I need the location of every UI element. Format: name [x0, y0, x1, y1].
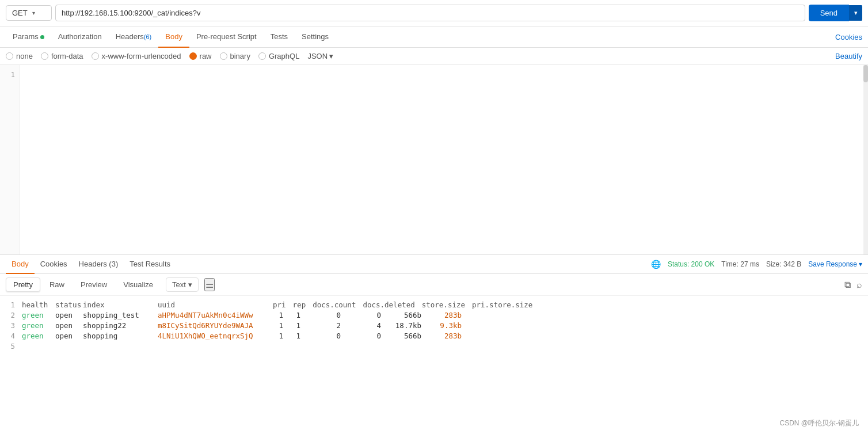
tab-authorization[interactable]: Authorization — [51, 26, 109, 48]
col-rep-header: rep — [293, 300, 313, 309]
editor-scrollbar[interactable] — [863, 65, 868, 254]
body-type-form-data[interactable]: form-data — [41, 52, 83, 60]
request-tabs: Params Authorization Headers(6) Body Pre… — [0, 26, 868, 48]
view-pretty-button[interactable]: Pretty — [6, 277, 40, 292]
search-icon[interactable]: ⌕ — [856, 280, 862, 290]
headers-badge: (6) — [144, 33, 151, 40]
resp-row-5: 5 — [6, 341, 862, 351]
col-pri-header: pri — [273, 300, 293, 309]
size-text: Size: 342 B — [766, 260, 801, 268]
radio-raw-icon — [189, 52, 197, 60]
tab-tests[interactable]: Tests — [264, 26, 295, 48]
response-data-rows: 2 green open shopping_test aHPMu4dNT7uAk… — [6, 310, 862, 341]
resp-tab-body[interactable]: Body — [6, 255, 35, 274]
col-status-header: status — [55, 300, 83, 309]
col-docsdeleted-header: docs.deleted — [363, 300, 421, 309]
send-button[interactable]: Send — [809, 5, 849, 21]
method-chevron-icon: ▾ — [32, 10, 35, 16]
tab-body[interactable]: Body — [158, 26, 189, 48]
radio-formdata-icon — [41, 52, 48, 60]
resp-tab-testresults[interactable]: Test Results — [124, 255, 176, 274]
send-button-group: Send ▾ — [809, 5, 862, 21]
globe-icon: 🌐 — [651, 260, 661, 269]
radio-urlencoded-icon — [92, 52, 99, 60]
view-raw-button[interactable]: Raw — [43, 278, 71, 291]
editor-scrollbar-thumb — [863, 65, 868, 82]
response-right-icons: ⧉ ⌕ — [844, 280, 862, 290]
json-chevron-icon: ▾ — [329, 52, 333, 60]
method-value: GET — [12, 9, 28, 17]
response-body-content: 1 health status index uuid pri rep docs.… — [0, 296, 868, 355]
view-preview-button[interactable]: Preview — [74, 278, 114, 291]
copy-icon[interactable]: ⧉ — [844, 280, 851, 290]
editor-input[interactable] — [20, 65, 863, 254]
text-chevron-icon: ▾ — [188, 280, 192, 289]
response-tabs-bar: Body Cookies Headers (3) Test Results 🌐 … — [0, 255, 868, 274]
col-docscount-header: docs.count — [313, 300, 363, 309]
status-text: Status: 200 OK — [668, 260, 714, 268]
time-text: Time: 27 ms — [721, 260, 759, 268]
body-type-raw[interactable]: raw — [189, 52, 212, 60]
resp-ln-5: 5 — [6, 342, 22, 351]
resp-data-row: 2 green open shopping_test aHPMu4dNT7uAk… — [6, 310, 862, 320]
filter-icon[interactable]: ⚌ — [204, 278, 215, 291]
method-select[interactable]: GET ▾ — [6, 5, 52, 21]
send-dropdown-button[interactable]: ▾ — [849, 5, 862, 21]
body-type-none[interactable]: none — [6, 52, 33, 60]
resp-tab-headers[interactable]: Headers (3) — [73, 255, 124, 274]
cookies-link[interactable]: Cookies — [835, 33, 862, 41]
response-view-bar: Pretty Raw Preview Visualize Text ▾ ⚌ ⧉ … — [0, 274, 868, 296]
json-format-dropdown[interactable]: JSON ▾ — [307, 52, 333, 60]
body-type-urlencoded[interactable]: x-www-form-urlencoded — [92, 52, 181, 60]
col-storesize-header: store.size — [422, 300, 472, 309]
col-uuid-header: uuid — [158, 300, 273, 309]
save-chevron-icon: ▾ — [859, 260, 862, 268]
response-status-area: 🌐 Status: 200 OK Time: 27 ms Size: 342 B… — [651, 260, 862, 269]
radio-binary-icon — [220, 52, 227, 60]
body-type-binary[interactable]: binary — [220, 52, 250, 60]
radio-none-icon — [6, 52, 13, 60]
resp-header-row: 1 health status index uuid pri rep docs.… — [6, 299, 862, 310]
params-dot — [40, 35, 44, 39]
body-type-bar: none form-data x-www-form-urlencoded raw… — [0, 48, 868, 65]
col-index-header: index — [83, 300, 158, 309]
save-response-button[interactable]: Save Response ▾ — [808, 260, 862, 268]
tab-headers[interactable]: Headers(6) — [109, 26, 159, 48]
resp-data-row: 4 green open shopping 4LNiU1XhQWO_eetnqr… — [6, 330, 862, 341]
text-format-dropdown[interactable]: Text ▾ — [166, 277, 199, 292]
url-bar: GET ▾ Send ▾ — [0, 0, 868, 26]
radio-graphql-icon — [258, 52, 266, 60]
col-health-header: health — [22, 300, 55, 309]
resp-data-row: 3 green open shopping22 m8ICySitQd6RYUYd… — [6, 320, 862, 330]
request-editor: 1 — [0, 65, 868, 255]
tab-prerequest[interactable]: Pre-request Script — [189, 26, 264, 48]
col-pristoresize-header: pri.store.size — [472, 300, 539, 309]
editor-line-numbers: 1 — [0, 65, 20, 254]
resp-ln-1: 1 — [6, 300, 22, 309]
tab-settings[interactable]: Settings — [295, 26, 336, 48]
body-type-graphql[interactable]: GraphQL — [258, 52, 299, 60]
beautify-button[interactable]: Beautify — [835, 52, 862, 60]
tab-params[interactable]: Params — [6, 26, 51, 48]
view-visualize-button[interactable]: Visualize — [116, 278, 160, 291]
watermark: CSDN @呼伦贝尔-钢蛋儿 — [779, 418, 859, 428]
resp-tab-cookies[interactable]: Cookies — [35, 255, 73, 274]
line-number-1: 1 — [11, 70, 15, 80]
url-input[interactable] — [55, 5, 805, 21]
